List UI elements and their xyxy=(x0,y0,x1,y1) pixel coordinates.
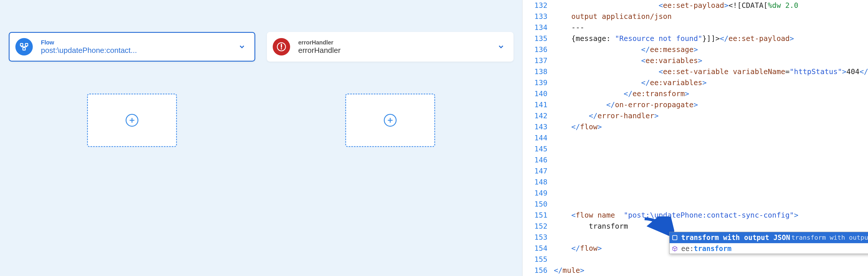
code-line[interactable]: </error-handler> xyxy=(554,110,868,121)
flow-card-flow[interactable]: Flow post:\updatePhone:contact... xyxy=(9,32,255,62)
code-line[interactable]: <ee:set-variable variableName="httpStatu… xyxy=(554,66,868,77)
autocomplete-item-label: transform with output JSON xyxy=(681,232,792,243)
code-line[interactable]: --- xyxy=(554,22,868,33)
line-number: 149 xyxy=(523,188,548,199)
flow-card-name: post:\updatePhone:contact... xyxy=(41,46,238,55)
line-number: 146 xyxy=(523,155,548,166)
line-number: 145 xyxy=(523,143,548,155)
flow-designer-canvas: Flow post:\updatePhone:contact... errorH… xyxy=(0,0,523,276)
svg-rect-5 xyxy=(673,236,677,240)
svg-rect-2 xyxy=(23,48,26,50)
code-line[interactable] xyxy=(554,188,868,199)
error-icon xyxy=(273,38,290,55)
code-line[interactable]: </ee:variables> xyxy=(554,77,868,88)
line-number: 142 xyxy=(523,110,548,121)
flow-card-texts: Flow post:\updatePhone:contact... xyxy=(41,39,238,55)
line-number: 134 xyxy=(523,22,548,33)
line-number: 153 xyxy=(523,232,548,243)
line-number: 148 xyxy=(523,177,548,188)
line-number: 133 xyxy=(523,11,548,22)
line-number: 138 xyxy=(523,66,548,77)
autocomplete-popup[interactable]: transform with output JSON transform wit… xyxy=(669,232,868,254)
line-number: 141 xyxy=(523,99,548,110)
dropzone-flow[interactable] xyxy=(87,93,177,147)
line-number: 132 xyxy=(523,0,548,11)
code-line[interactable]: {message: "Resource not found"}]]></ee:s… xyxy=(554,33,868,44)
autocomplete-item-transform-json[interactable]: transform with output JSON transform wit… xyxy=(670,232,868,243)
snippet-icon xyxy=(671,234,678,241)
code-editor[interactable]: 1321331341351361371381391401411421431441… xyxy=(523,0,868,276)
svg-rect-1 xyxy=(25,44,28,46)
chevron-down-icon[interactable] xyxy=(497,43,505,51)
code-line[interactable] xyxy=(554,143,868,155)
chevron-down-icon[interactable] xyxy=(238,43,246,51)
line-number: 136 xyxy=(523,44,548,55)
code-line[interactable]: </on-error-propagate> xyxy=(554,99,868,110)
code-line[interactable]: </flow> xyxy=(554,121,868,133)
autocomplete-item-hint: transform with output JSON xyxy=(792,232,868,243)
flow-card-type: Flow xyxy=(41,39,238,46)
plus-icon xyxy=(126,114,138,127)
flow-icon xyxy=(16,38,33,55)
svg-point-4 xyxy=(281,48,282,50)
line-number: 139 xyxy=(523,77,548,88)
error-card-name: errorHandler xyxy=(298,46,497,55)
code-line[interactable] xyxy=(554,166,868,177)
flow-card-row: Flow post:\updatePhone:contact... errorH… xyxy=(9,32,514,62)
code-body[interactable]: <ee:set-payload><![CDATA[%dw 2.0 output … xyxy=(554,0,868,276)
error-card-texts: errorHandler errorHandler xyxy=(298,39,497,55)
flow-card-error-handler[interactable]: errorHandler errorHandler xyxy=(267,32,514,62)
code-line[interactable] xyxy=(554,254,868,265)
line-number: 155 xyxy=(523,254,548,265)
line-number: 151 xyxy=(523,210,548,221)
line-number: 135 xyxy=(523,33,548,44)
code-line[interactable]: </ee:message> xyxy=(554,44,868,55)
line-number: 150 xyxy=(523,199,548,210)
line-number: 143 xyxy=(523,121,548,133)
code-line[interactable] xyxy=(554,177,868,188)
code-line[interactable]: output application/json xyxy=(554,11,868,22)
autocomplete-item-label: ee:transform xyxy=(681,243,868,254)
plus-icon xyxy=(384,114,397,127)
code-line[interactable]: <ee:set-payload><![CDATA[%dw 2.0 xyxy=(554,0,868,11)
code-line[interactable]: <ee:variables> xyxy=(554,55,868,66)
dropzone-row xyxy=(9,93,514,147)
line-number: 137 xyxy=(523,55,548,66)
code-line[interactable] xyxy=(554,133,868,143)
autocomplete-item-ee-transform[interactable]: ee:transform xyxy=(670,243,868,254)
line-number: 156 xyxy=(523,265,548,276)
svg-rect-0 xyxy=(20,44,23,46)
code-line[interactable]: <flow name "post:\updatePhone:contact-sy… xyxy=(554,210,868,221)
code-line[interactable]: </mule> xyxy=(554,265,868,276)
line-number: 147 xyxy=(523,166,548,177)
dropzone-error-handler[interactable] xyxy=(345,93,435,147)
line-number: 144 xyxy=(523,133,548,143)
line-number-gutter: 1321331341351361371381391401411421431441… xyxy=(523,0,554,276)
code-line[interactable]: transform xyxy=(554,221,868,232)
line-number: 152 xyxy=(523,221,548,232)
cube-icon xyxy=(671,245,678,252)
code-line[interactable] xyxy=(554,199,868,210)
error-card-type: errorHandler xyxy=(298,39,497,46)
code-line[interactable]: </ee:transform> xyxy=(554,88,868,99)
line-number: 154 xyxy=(523,243,548,254)
code-line[interactable] xyxy=(554,155,868,166)
line-number: 140 xyxy=(523,88,548,99)
